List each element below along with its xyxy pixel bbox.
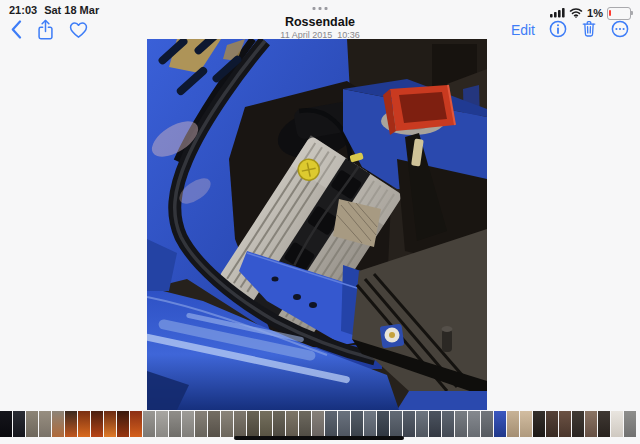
- status-date: Sat 18 Mar: [44, 4, 99, 16]
- photo-header: Rossendale 11 April 201510:36: [280, 15, 359, 41]
- more-circle-icon: [611, 20, 629, 41]
- thumbnail[interactable]: [260, 411, 272, 437]
- battery-percent: 1%: [587, 7, 603, 19]
- toolbar-left: [11, 19, 88, 43]
- thumbnail[interactable]: [39, 411, 51, 437]
- heart-icon: [69, 21, 88, 42]
- status-bar-left: 21:03Sat 18 Mar: [9, 4, 99, 16]
- thumbnail[interactable]: [26, 411, 38, 437]
- thumbnail[interactable]: [104, 411, 116, 437]
- thumbnail[interactable]: [546, 411, 558, 437]
- thumbnail[interactable]: [429, 411, 441, 437]
- thumbnail[interactable]: [468, 411, 480, 437]
- multitasking-dots-icon[interactable]: [313, 7, 328, 10]
- delete-button[interactable]: [581, 19, 597, 41]
- thumbnail[interactable]: [312, 411, 324, 437]
- thumbnail[interactable]: [507, 411, 519, 437]
- thumbnail[interactable]: [182, 411, 194, 437]
- thumbnail[interactable]: [611, 411, 623, 437]
- back-button[interactable]: [11, 20, 22, 42]
- battery-icon: [607, 7, 631, 20]
- thumbnail[interactable]: [442, 411, 454, 437]
- thumbnail[interactable]: [65, 411, 77, 437]
- thumbnail[interactable]: [156, 411, 168, 437]
- thumbnail[interactable]: [325, 411, 337, 437]
- thumbnail[interactable]: [572, 411, 584, 437]
- thumbnail[interactable]: [416, 411, 428, 437]
- album-title: Rossendale: [280, 15, 359, 29]
- thumbnail[interactable]: [455, 411, 467, 437]
- thumbnail[interactable]: [0, 411, 12, 437]
- more-button[interactable]: [611, 20, 629, 41]
- thumbnail-strip[interactable]: [0, 411, 640, 437]
- thumbnail[interactable]: [585, 411, 597, 437]
- thumbnail[interactable]: [559, 411, 571, 437]
- thumbnail[interactable]: [117, 411, 129, 437]
- thumbnail[interactable]: [299, 411, 311, 437]
- photo[interactable]: [147, 39, 487, 410]
- home-indicator[interactable]: [234, 436, 404, 440]
- thumbnail[interactable]: [52, 411, 64, 437]
- photos-app-screen: 21:03Sat 18 Mar 1%: [0, 0, 640, 444]
- thumbnail[interactable]: [351, 411, 363, 437]
- share-icon: [37, 19, 54, 43]
- thumbnail[interactable]: [494, 411, 506, 437]
- thumbnail[interactable]: [286, 411, 298, 437]
- trash-icon: [581, 19, 597, 41]
- thumbnail[interactable]: [377, 411, 389, 437]
- clock: 21:03: [9, 4, 37, 16]
- toolbar-right: Edit: [511, 19, 629, 41]
- share-button[interactable]: [37, 19, 54, 43]
- thumbnail[interactable]: [143, 411, 155, 437]
- thumbnail[interactable]: [208, 411, 220, 437]
- thumbnail[interactable]: [130, 411, 142, 437]
- thumbnail[interactable]: [403, 411, 415, 437]
- thumbnail[interactable]: [338, 411, 350, 437]
- thumbnail[interactable]: [169, 411, 181, 437]
- thumbnail[interactable]: [481, 411, 493, 437]
- info-button[interactable]: [549, 20, 567, 41]
- edit-button[interactable]: Edit: [511, 22, 535, 38]
- thumbnail[interactable]: [91, 411, 103, 437]
- thumbnail[interactable]: [221, 411, 233, 437]
- engine-bay-photo: [147, 39, 487, 410]
- thumbnail[interactable]: [624, 411, 636, 437]
- thumbnail[interactable]: [598, 411, 610, 437]
- favorite-button[interactable]: [69, 21, 88, 42]
- chevron-left-icon: [11, 20, 22, 42]
- thumbnail[interactable]: [390, 411, 402, 437]
- thumbnail[interactable]: [234, 411, 246, 437]
- thumbnail[interactable]: [364, 411, 376, 437]
- thumbnail[interactable]: [195, 411, 207, 437]
- info-circle-icon: [549, 20, 567, 41]
- thumbnail[interactable]: [13, 411, 25, 437]
- thumbnail[interactable]: [78, 411, 90, 437]
- thumbnail[interactable]: [533, 411, 545, 437]
- thumbnail[interactable]: [273, 411, 285, 437]
- thumbnail[interactable]: [520, 411, 532, 437]
- thumbnail[interactable]: [247, 411, 259, 437]
